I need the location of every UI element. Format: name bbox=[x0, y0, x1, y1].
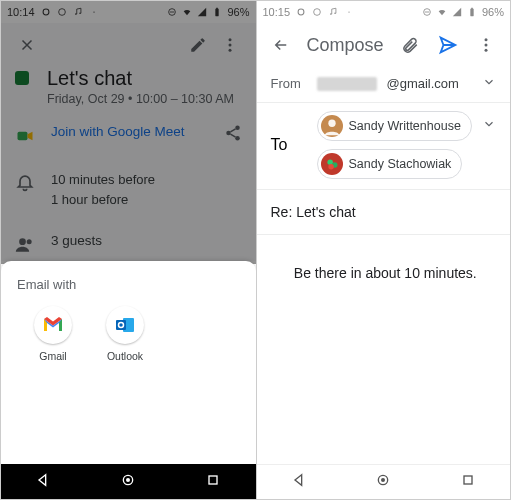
app-label: Gmail bbox=[39, 350, 66, 362]
svg-rect-16 bbox=[116, 320, 126, 330]
chevron-down-icon[interactable] bbox=[482, 117, 496, 135]
svg-point-1 bbox=[58, 9, 65, 16]
body-text: Be there in about 10 minutes. bbox=[294, 265, 477, 281]
svg-point-21 bbox=[298, 9, 304, 15]
left-phone: 10:14 bbox=[1, 1, 256, 499]
svg-point-24 bbox=[334, 12, 336, 14]
nav-back-button[interactable] bbox=[35, 472, 51, 492]
nav-recent-button[interactable] bbox=[460, 472, 476, 492]
from-label: From bbox=[271, 76, 307, 91]
svg-point-7 bbox=[228, 44, 231, 47]
svg-point-25 bbox=[348, 11, 349, 12]
svg-point-12 bbox=[235, 136, 240, 141]
more-button[interactable] bbox=[218, 33, 242, 57]
event-datetime: Friday, Oct 29 • 10:00 – 10:30 AM bbox=[47, 92, 234, 106]
compose-title: Compose bbox=[307, 35, 385, 56]
body-field[interactable]: Be there in about 10 minutes. bbox=[257, 235, 511, 464]
close-button[interactable] bbox=[15, 33, 39, 57]
signal-icon bbox=[197, 7, 207, 17]
wifi-icon bbox=[437, 7, 447, 17]
notif-music-icon bbox=[73, 7, 83, 17]
app-label: Outlook bbox=[107, 350, 143, 362]
share-app-gmail[interactable]: Gmail bbox=[29, 306, 77, 362]
meet-section: Join with Google Meet bbox=[1, 106, 256, 158]
bell-icon bbox=[15, 172, 35, 192]
subject-text: Re: Let's chat bbox=[271, 204, 356, 220]
gmail-icon bbox=[34, 306, 72, 344]
subject-field[interactable]: Re: Let's chat bbox=[257, 190, 511, 235]
svg-point-29 bbox=[485, 49, 488, 52]
notif-circle-icon bbox=[296, 7, 306, 17]
notif-dot-icon bbox=[89, 7, 99, 17]
guests-section[interactable]: 3 guests bbox=[1, 221, 256, 261]
reminders-section: 10 minutes before 1 hour before bbox=[1, 158, 256, 221]
chevron-down-icon[interactable] bbox=[482, 75, 496, 92]
share-sheet: Email with Gmail bbox=[1, 261, 256, 464]
notif-circle-icon bbox=[57, 7, 67, 17]
send-button[interactable] bbox=[436, 33, 460, 57]
svg-point-37 bbox=[381, 478, 385, 482]
meet-icon bbox=[15, 126, 35, 146]
nav-back-button[interactable] bbox=[291, 472, 307, 492]
event-toolbar bbox=[1, 23, 256, 63]
svg-point-10 bbox=[235, 126, 240, 131]
event-color-chip bbox=[15, 71, 29, 85]
svg-point-35 bbox=[328, 164, 334, 170]
share-app-outlook[interactable]: Outlook bbox=[101, 306, 149, 362]
avatar bbox=[321, 153, 343, 175]
svg-point-22 bbox=[314, 9, 321, 16]
reminder-item: 10 minutes before bbox=[51, 170, 155, 190]
join-meet-link[interactable]: Join with Google Meet bbox=[51, 124, 185, 139]
from-redacted bbox=[317, 77, 377, 91]
dnd-icon bbox=[167, 7, 177, 17]
svg-point-27 bbox=[485, 38, 488, 41]
nav-bar bbox=[1, 464, 256, 499]
battery-text: 96% bbox=[227, 6, 249, 18]
clock-text: 10:14 bbox=[7, 6, 35, 18]
svg-point-23 bbox=[330, 13, 332, 15]
recipient-name: Sandy Stachowiak bbox=[349, 157, 452, 171]
edit-button[interactable] bbox=[186, 33, 210, 57]
svg-rect-38 bbox=[464, 476, 472, 484]
avatar bbox=[321, 115, 343, 137]
wifi-icon bbox=[182, 7, 192, 17]
svg-point-19 bbox=[126, 478, 130, 482]
share-sheet-title: Email with bbox=[17, 277, 240, 292]
notif-circle-icon bbox=[41, 7, 51, 17]
nav-home-button[interactable] bbox=[120, 472, 136, 492]
nav-bar bbox=[257, 464, 511, 499]
nav-home-button[interactable] bbox=[375, 472, 391, 492]
to-label: To bbox=[271, 136, 307, 154]
svg-point-3 bbox=[79, 12, 81, 14]
notif-music-icon bbox=[328, 7, 338, 17]
svg-point-6 bbox=[228, 38, 231, 41]
right-phone: 10:15 bbox=[256, 1, 511, 499]
event-title: Let's chat bbox=[47, 67, 234, 90]
status-bar: 10:14 bbox=[1, 1, 256, 23]
to-row[interactable]: To Sandy Writtenhouse Sandy Stachowiak bbox=[257, 103, 511, 190]
recipient-chip[interactable]: Sandy Stachowiak bbox=[317, 149, 463, 179]
battery-icon bbox=[467, 7, 477, 17]
battery-text: 96% bbox=[482, 6, 504, 18]
from-row[interactable]: From @gmail.com bbox=[257, 65, 511, 103]
recipient-chip[interactable]: Sandy Writtenhouse bbox=[317, 111, 472, 141]
svg-point-8 bbox=[228, 49, 231, 52]
svg-point-11 bbox=[226, 131, 231, 136]
nav-recent-button[interactable] bbox=[205, 472, 221, 492]
clock-text: 10:15 bbox=[263, 6, 291, 18]
more-button[interactable] bbox=[474, 33, 498, 57]
share-button[interactable] bbox=[224, 124, 242, 146]
back-button[interactable] bbox=[269, 33, 293, 57]
signal-icon bbox=[452, 7, 462, 17]
people-icon bbox=[15, 235, 35, 255]
from-domain: @gmail.com bbox=[387, 76, 459, 91]
battery-icon bbox=[212, 7, 222, 17]
notif-dot-icon bbox=[344, 7, 354, 17]
svg-rect-9 bbox=[18, 132, 28, 140]
status-bar: 10:15 bbox=[257, 1, 511, 23]
svg-point-2 bbox=[75, 13, 77, 15]
reminder-item: 1 hour before bbox=[51, 190, 155, 210]
recipient-name: Sandy Writtenhouse bbox=[349, 119, 461, 133]
outlook-icon bbox=[106, 306, 144, 344]
attach-button[interactable] bbox=[398, 33, 422, 57]
